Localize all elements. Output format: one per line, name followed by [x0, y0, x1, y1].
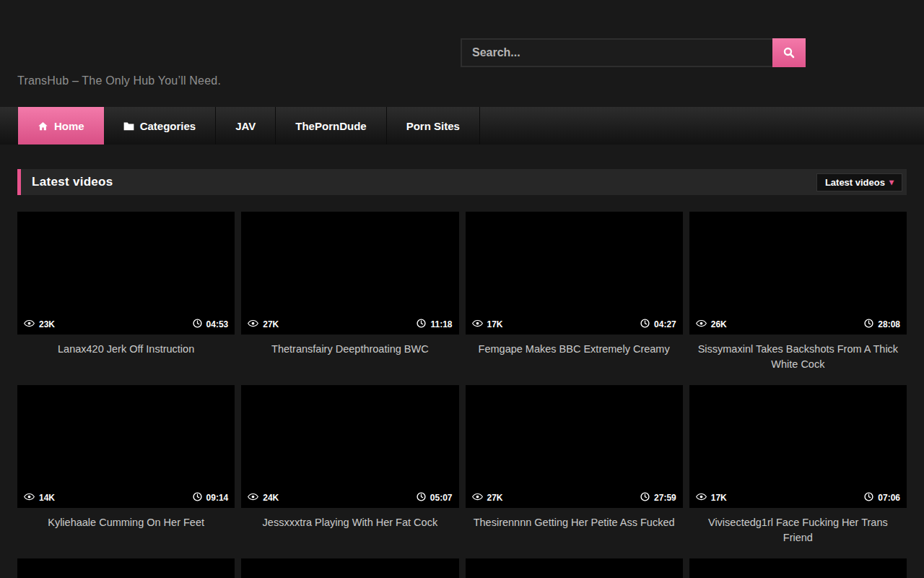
video-title-link[interactable]: Vivisectedg1rl Face Fucking Her Trans Fr… [695, 515, 901, 545]
views-count: 17K [711, 493, 727, 503]
duration-value: 09:14 [206, 493, 229, 503]
video-thumbnail[interactable]: 17K 04:27 [466, 212, 683, 335]
video-thumbnail[interactable]: 17K 07:06 [689, 385, 907, 508]
duration-stat: 05:07 [417, 492, 453, 504]
video-card: 23K 04:53 Lanax420 Jerk Off Instruction [17, 212, 235, 385]
site-header: TransHub – The Only Hub You’ll Need. [0, 0, 924, 101]
nav-item-label: Home [54, 120, 84, 132]
video-thumbnail[interactable]: 27K 27:59 [466, 385, 683, 508]
views-stat: 27K [248, 319, 279, 329]
sort-dropdown-label: Latest videos [825, 177, 885, 188]
duration-stat: 04:53 [193, 319, 229, 330]
clock-icon [417, 492, 426, 504]
video-thumbnail[interactable]: 26K 28:08 [689, 212, 907, 335]
site-tagline: TransHub – The Only Hub You’ll Need. [17, 74, 221, 87]
nav-item-label: ThePornDude [295, 120, 366, 132]
eye-icon [248, 493, 258, 503]
views-stat: 24K [248, 493, 279, 503]
video-thumbnail[interactable] [689, 558, 907, 578]
nav-item-categories[interactable]: Categories [104, 107, 217, 144]
video-card: 24K 05:07 Jessxxxtra Playing With Her Fa… [241, 385, 458, 558]
duration-stat: 09:14 [193, 492, 229, 504]
views-stat: 14K [24, 493, 55, 503]
eye-icon [24, 493, 35, 503]
video-thumbnail[interactable]: 24K 05:07 [241, 385, 458, 508]
eye-icon [24, 319, 35, 329]
video-stats: 17K 04:27 [466, 314, 683, 335]
video-thumbnail[interactable]: 14K 09:14 [17, 385, 235, 508]
views-stat: 17K [696, 493, 727, 503]
video-card: 27K 27:59 Thesirennnn Getting Her Petite… [466, 385, 683, 558]
nav-item-jav[interactable]: JAV [216, 107, 276, 144]
video-grid: 23K 04:53 Lanax420 Jerk Off Instruction … [17, 212, 907, 578]
duration-stat: 04:27 [640, 319, 676, 330]
duration-stat: 07:06 [864, 492, 900, 504]
duration-value: 28:08 [878, 319, 900, 329]
video-stats: 17K 07:06 [689, 488, 907, 508]
main-navigation: Home Categories JAV ThePornDude Porn Sit… [0, 107, 924, 144]
nav-item-theporndude[interactable]: ThePornDude [276, 107, 386, 144]
video-title-link[interactable]: Femgape Makes BBC Extremely Creamy [471, 342, 677, 357]
views-count: 23K [39, 319, 55, 329]
video-stats: 26K 28:08 [689, 314, 907, 335]
video-thumbnail[interactable]: 27K 11:18 [241, 212, 458, 335]
duration-value: 04:27 [654, 319, 676, 329]
search-bar [461, 38, 806, 67]
views-stat: 17K [472, 319, 503, 329]
video-card: 27K 11:18 Thetransfairy Deepthroating BW… [241, 212, 458, 385]
clock-icon [193, 319, 202, 330]
views-stat: 23K [24, 319, 55, 329]
video-title-link[interactable]: Kyliehaale Cumming On Her Feet [23, 515, 229, 530]
section-header: Latest videos Latest videos ▾ [17, 169, 907, 195]
clock-icon [417, 319, 426, 330]
search-icon [783, 46, 796, 59]
search-input[interactable] [461, 38, 772, 67]
search-button[interactable] [772, 38, 806, 67]
views-stat: 27K [472, 493, 503, 503]
video-title-link[interactable]: Lanax420 Jerk Off Instruction [23, 342, 229, 357]
views-count: 27K [487, 493, 503, 503]
duration-value: 04:53 [206, 319, 229, 329]
duration-stat: 11:18 [417, 319, 452, 330]
views-stat: 26K [696, 319, 727, 329]
views-count: 17K [487, 319, 503, 329]
video-card: 14K 09:14 Kyliehaale Cumming On Her Feet [17, 385, 235, 558]
video-thumbnail[interactable] [466, 558, 683, 578]
home-icon [38, 121, 48, 131]
clock-icon [864, 492, 873, 504]
section-title: Latest videos [32, 175, 113, 189]
video-title-link[interactable]: Thetransfairy Deepthroating BWC [247, 342, 453, 357]
eye-icon [696, 319, 707, 329]
video-card: 17K 07:06 Vivisectedg1rl Face Fucking He… [689, 385, 907, 558]
duration-value: 11:18 [430, 319, 452, 329]
video-title-link[interactable]: Thesirennnn Getting Her Petite Ass Fucke… [471, 515, 677, 530]
video-title-link[interactable]: Sissymaxinl Takes Backshots From A Thick… [695, 342, 901, 372]
video-card-partial [17, 558, 235, 578]
video-stats: 24K 05:07 [241, 488, 458, 508]
sort-dropdown[interactable]: Latest videos ▾ [816, 173, 902, 191]
chevron-down-icon: ▾ [889, 178, 894, 186]
eye-icon [248, 319, 258, 329]
video-thumbnail[interactable]: 23K 04:53 [17, 212, 235, 335]
video-thumbnail[interactable] [17, 558, 235, 578]
duration-value: 07:06 [878, 493, 900, 503]
video-card: 26K 28:08 Sissymaxinl Takes Backshots Fr… [689, 212, 907, 385]
duration-stat: 27:59 [640, 492, 676, 504]
video-stats: 23K 04:53 [17, 314, 235, 335]
duration-stat: 28:08 [864, 319, 900, 330]
duration-value: 05:07 [430, 493, 453, 503]
video-thumbnail[interactable] [241, 558, 458, 578]
video-stats: 27K 11:18 [241, 314, 458, 335]
clock-icon [193, 492, 202, 504]
nav-item-label: JAV [235, 120, 256, 132]
video-stats: 27K 27:59 [466, 488, 683, 508]
nav-item-home[interactable]: Home [18, 107, 104, 144]
folder-icon [123, 121, 134, 131]
nav-item-porn-sites[interactable]: Porn Sites [387, 107, 480, 144]
nav-item-label: Categories [140, 120, 196, 132]
video-title-link[interactable]: Jessxxxtra Playing With Her Fat Cock [247, 515, 453, 530]
video-card-partial [241, 558, 458, 578]
views-count: 26K [711, 319, 727, 329]
main-content: Latest videos Latest videos ▾ 23K 04:53 [0, 144, 924, 578]
eye-icon [696, 493, 707, 503]
